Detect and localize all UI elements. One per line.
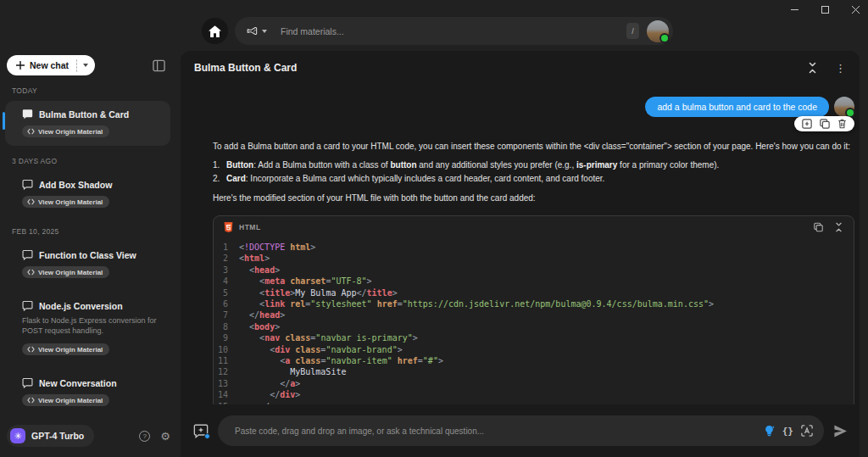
list-text: Card: Incorporate a Bulma card which typ… [226, 172, 604, 186]
help-icon[interactable]: ? [139, 431, 150, 442]
user-avatar[interactable] [647, 20, 669, 42]
line-content: MyBulmaSite [239, 366, 346, 377]
list-text: Button: Add a Bulma button with a class … [226, 159, 719, 172]
sidebar-chat-item[interactable]: New ConversationView Origin Material [5, 370, 170, 415]
line-content: <a class="navbar-item" href="#"> [239, 355, 443, 366]
code-icon [27, 269, 35, 276]
sidebar-section-label: FEB 10, 2025 [12, 227, 181, 236]
view-origin-material-badge[interactable]: View Origin Material [22, 394, 109, 406]
sidebar-chat-item[interactable]: Add Box ShadowView Origin Material [5, 171, 170, 216]
chat-bubble-icon [22, 377, 33, 388]
code-snippet-icon[interactable]: {} [782, 426, 793, 437]
model-selector[interactable]: ✳ GPT-4 Turbo [7, 425, 94, 447]
kebab-menu-icon[interactable]: ⋮ [835, 63, 846, 74]
quote-reply-icon[interactable] [802, 119, 812, 129]
chat-item-title-row: Bulma Button & Card [22, 109, 162, 120]
line-content: </head> [239, 309, 285, 320]
line-content: </a> [239, 378, 300, 389]
code-line: 5 <title>My Bulma App</title> [214, 287, 854, 298]
sidebar: New chat TODAYBulma Button & CardView Or… [0, 47, 181, 457]
image-ocr-icon[interactable] [801, 425, 813, 437]
minimize-icon[interactable] [785, 2, 804, 17]
badge-label: View Origin Material [38, 346, 103, 354]
close-icon[interactable] [846, 2, 865, 17]
code-block: HTML 1<!DOCTYPE html>2<html>3 <head>4 <m… [213, 215, 854, 404]
copy-icon[interactable] [820, 119, 830, 129]
model-bar: ✳ GPT-4 Turbo ? ⚙ [0, 420, 181, 457]
line-number: 3 [214, 265, 239, 276]
home-button[interactable] [202, 18, 228, 44]
chevron-down-icon [262, 30, 267, 33]
code-line: 9 <nav class="navbar is-primary"> [214, 332, 854, 343]
window-controls [785, 2, 865, 17]
line-number: 9 [214, 332, 239, 343]
chat-title: Bulma Button & Card [194, 62, 297, 74]
view-origin-material-badge[interactable]: View Origin Material [22, 125, 109, 137]
line-content: <html> [239, 253, 270, 264]
line-number: 14 [214, 389, 239, 400]
plus-icon [16, 61, 25, 70]
sidebar-chat-item[interactable]: Node.js ConversionFlask to Node.js Expre… [5, 293, 170, 364]
sidebar-chat-item[interactable]: Bulma Button & CardView Origin Material [5, 101, 170, 146]
chat-item-title: Add Box Shadow [39, 180, 112, 190]
sidebar-toggle-icon[interactable] [153, 59, 165, 72]
collapse-icon[interactable] [807, 62, 818, 74]
sidebar-section-label: 3 DAYS AGO [12, 157, 181, 165]
code-line: 1<!DOCTYPE html> [214, 242, 854, 253]
new-chat-button[interactable]: New chat [7, 55, 95, 75]
search-bar[interactable]: / [235, 17, 673, 45]
assistant-list-item: 2.Card: Incorporate a Bulma card which t… [213, 172, 854, 186]
message-toolbar [794, 116, 854, 131]
chat-item-title: Bulma Button & Card [39, 109, 129, 120]
delete-icon[interactable] [837, 119, 847, 129]
sidebar-chat-item[interactable]: Function to Class ViewView Origin Materi… [5, 242, 170, 287]
chat-item-description: Flask to Node.js Express conversion for … [22, 316, 158, 336]
chat-assistant-icon[interactable] [193, 423, 209, 438]
notification-dot [204, 433, 210, 439]
line-content: <link rel="stylesheet" href="https://cdn… [239, 298, 714, 309]
view-origin-material-badge[interactable]: View Origin Material [22, 266, 109, 278]
code-line: 3 <head> [214, 265, 854, 276]
composer-pill[interactable]: {} [218, 415, 824, 446]
chat-messages: add a bulma button and card to the code … [181, 85, 860, 404]
code-line: 2<html> [214, 253, 854, 264]
line-number: 7 [214, 309, 239, 320]
user-avatar [834, 97, 854, 117]
chat-bubble-icon [22, 249, 33, 260]
home-icon [209, 25, 221, 37]
html5-icon [224, 222, 233, 232]
view-origin-material-badge[interactable]: View Origin Material [22, 196, 109, 208]
gear-icon[interactable]: ⚙ [160, 431, 170, 442]
chat-item-title-row: Add Box Shadow [22, 179, 162, 190]
assistant-list-item: 1.Button: Add a Bulma button with a clas… [213, 159, 854, 172]
line-content: <nav class="navbar is-primary"> [239, 332, 418, 343]
copy-code-icon[interactable] [814, 222, 823, 232]
chat-header: Bulma Button & Card ⋮ [181, 51, 860, 85]
chat-item-title-row: New Conversation [22, 377, 162, 388]
line-content: <meta charset="UTF-8"> [239, 276, 372, 287]
materials-filter-button[interactable] [247, 25, 267, 37]
composer-input[interactable] [235, 426, 756, 436]
chat-bubble-icon [22, 109, 33, 120]
code-line: 7 </head> [214, 309, 854, 320]
search-input[interactable] [281, 26, 626, 36]
line-content: <body> [239, 321, 280, 332]
line-content: </div> [239, 389, 300, 400]
line-number: 11 [214, 355, 239, 366]
line-content: <div class="navbar-brand"> [239, 344, 403, 355]
collapse-code-icon[interactable] [834, 222, 843, 232]
view-origin-material-badge[interactable]: View Origin Material [22, 343, 109, 355]
chat-item-title-row: Node.js Conversion [22, 300, 162, 311]
user-message-row: add a bulma button and card to the code [213, 97, 854, 119]
code-line: 14 </div> [214, 389, 854, 400]
maximize-icon[interactable] [815, 2, 834, 17]
new-chat-dropdown[interactable] [76, 59, 95, 72]
line-number: 1 [214, 242, 239, 253]
new-chat-label: New chat [30, 60, 69, 70]
slash-shortcut-badge: / [626, 23, 639, 39]
send-icon[interactable] [833, 425, 848, 437]
sidebar-section-label: TODAY [12, 86, 181, 95]
badge-label: View Origin Material [38, 128, 103, 136]
ai-suggest-icon[interactable] [764, 425, 775, 437]
line-number: 2 [214, 253, 239, 264]
